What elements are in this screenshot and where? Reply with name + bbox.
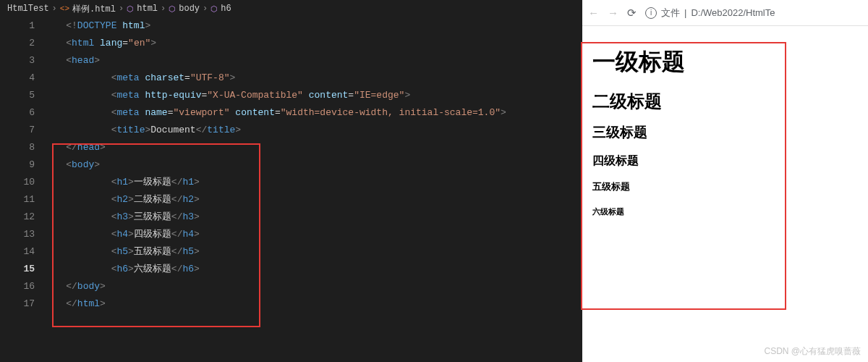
heading-4: 四级标题: [592, 153, 858, 169]
line-number-gutter: 1234567891011121314151617: [0, 17, 43, 313]
code-line[interactable]: </head>: [43, 139, 582, 156]
chevron-right-icon: ›: [52, 4, 57, 14]
line-number: 14: [0, 243, 35, 261]
line-number: 12: [0, 209, 35, 226]
address-bar[interactable]: i 文件 | D:/Web2022/HtmlTe: [645, 7, 775, 20]
chevron-right-icon: ›: [161, 4, 166, 14]
line-number: 8: [0, 139, 35, 156]
line-number: 11: [0, 191, 35, 209]
watermark: CSDN @心有猛虎嗅蔷薇: [764, 345, 861, 358]
breadcrumb-node-h6[interactable]: ⬡h6: [210, 4, 231, 14]
url-path: D:/Web2022/HtmlTe: [691, 7, 775, 18]
code-line[interactable]: <h3>三级标题</h3>: [43, 209, 582, 226]
code-line[interactable]: <h2>二级标题</h2>: [43, 191, 582, 209]
code-line[interactable]: <h5>五级标题</h5>: [43, 243, 582, 261]
html-file-icon: <>: [60, 4, 69, 13]
reload-icon[interactable]: ⟳: [627, 7, 637, 20]
back-icon[interactable]: ←: [588, 7, 599, 19]
heading-2: 二级标题: [592, 90, 858, 113]
code-line[interactable]: </html>: [43, 295, 582, 313]
code-line[interactable]: <body>: [43, 156, 582, 174]
browser-content: 一级标题 二级标题 三级标题 四级标题 五级标题 六级标题: [582, 26, 868, 230]
code-content[interactable]: <!DOCTYPE html> <html lang="en"> <head> …: [43, 17, 582, 313]
code-line[interactable]: <!DOCTYPE html>: [43, 17, 582, 35]
code-line[interactable]: <meta charset="UTF-8">: [43, 70, 582, 87]
cube-icon: ⬡: [127, 4, 134, 14]
code-line[interactable]: <meta name="viewport" content="width=dev…: [43, 104, 582, 122]
highlight-box-browser: [581, 42, 786, 310]
code-line[interactable]: <title>Document</title>: [43, 122, 582, 139]
line-number: 5: [0, 87, 35, 104]
cube-icon: ⬡: [169, 4, 176, 14]
info-icon: i: [645, 7, 657, 19]
browser-toolbar: ← → ⟳ i 文件 | D:/Web2022/HtmlTe: [582, 0, 868, 26]
heading-6: 六级标题: [592, 206, 858, 217]
line-number: 9: [0, 156, 35, 174]
breadcrumb-project[interactable]: HtmlTest: [7, 4, 49, 14]
cube-icon: ⬡: [210, 4, 218, 14]
code-line[interactable]: <h6>六级标题</h6>: [43, 261, 582, 278]
line-number: 4: [0, 70, 35, 87]
line-number: 7: [0, 122, 35, 139]
line-number: 13: [0, 226, 35, 243]
url-prefix: 文件: [661, 7, 680, 20]
line-number: 10: [0, 174, 35, 191]
code-line[interactable]: <h4>四级标题</h4>: [43, 226, 582, 243]
breadcrumb-file[interactable]: <>样例.html: [60, 3, 116, 15]
heading-5: 五级标题: [592, 180, 858, 193]
browser-pane: ← → ⟳ i 文件 | D:/Web2022/HtmlTe 一级标题 二级标题…: [582, 0, 868, 362]
code-line[interactable]: <h1>一级标题</h1>: [43, 174, 582, 191]
line-number: 6: [0, 104, 35, 122]
code-area[interactable]: 1234567891011121314151617 <!DOCTYPE html…: [0, 17, 582, 313]
line-number: 15: [0, 261, 35, 278]
code-line[interactable]: <meta http-equiv="X-UA-Compatible" conte…: [43, 87, 582, 104]
heading-1: 一级标题: [592, 46, 858, 78]
line-number: 17: [0, 295, 35, 313]
code-editor-pane: HtmlTest › <>样例.html › ⬡html › ⬡body › ⬡…: [0, 0, 582, 362]
forward-icon[interactable]: →: [608, 7, 618, 19]
line-number: 1: [0, 17, 35, 35]
line-number: 16: [0, 278, 35, 295]
heading-3: 三级标题: [592, 123, 858, 142]
chevron-right-icon: ›: [203, 4, 208, 14]
breadcrumb-node-html[interactable]: ⬡html: [127, 4, 158, 14]
url-sep: |: [684, 7, 686, 18]
code-line[interactable]: <html lang="en">: [43, 35, 582, 52]
chevron-right-icon: ›: [119, 4, 124, 14]
line-number: 3: [0, 52, 35, 70]
breadcrumb: HtmlTest › <>样例.html › ⬡html › ⬡body › ⬡…: [0, 0, 582, 17]
code-line[interactable]: </body>: [43, 278, 582, 295]
line-number: 2: [0, 35, 35, 52]
code-line[interactable]: <head>: [43, 52, 582, 70]
breadcrumb-node-body[interactable]: ⬡body: [169, 4, 200, 14]
